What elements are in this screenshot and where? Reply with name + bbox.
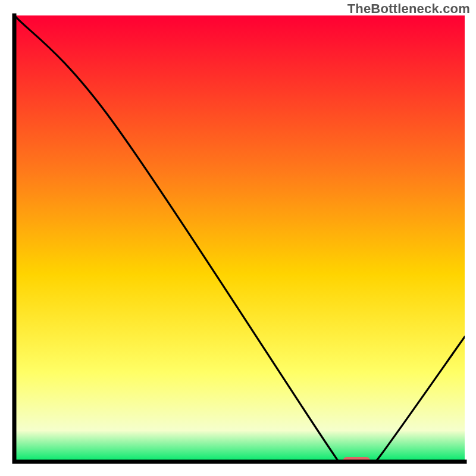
chart-container: TheBottleneck.com [0,0,476,476]
watermark-text: TheBottleneck.com [347,1,470,17]
bottleneck-chart [0,0,476,476]
